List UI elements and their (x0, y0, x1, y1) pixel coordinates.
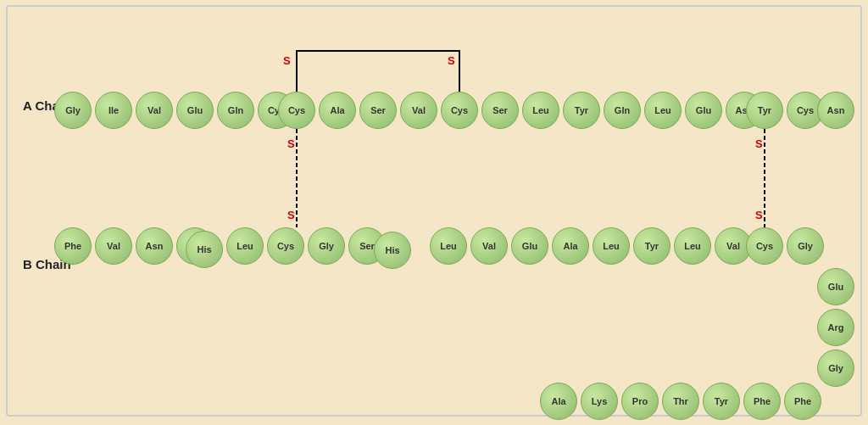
b-glu: Glu (511, 227, 548, 265)
a-cys11: Cys (441, 92, 478, 129)
b-val2: Val (470, 227, 508, 265)
b-gly2: Gly (787, 227, 824, 265)
a-gly: Gly (54, 92, 92, 129)
b-leu4: Leu (674, 227, 711, 265)
b-gly3: Gly (817, 350, 854, 387)
a-glu2: Glu (685, 92, 722, 129)
b-phe: Phe (54, 227, 92, 265)
b-ala2: Ala (540, 383, 577, 420)
a-ala: Ala (319, 92, 356, 129)
s-label-vert-a-right: S (755, 137, 763, 150)
a-val2: Val (400, 92, 437, 129)
b-tyr2: Tyr (703, 383, 740, 420)
b-phe3: Phe (784, 383, 821, 420)
b-leu: Leu (226, 227, 264, 265)
b-tyr: Tyr (633, 227, 670, 265)
b-his: His (186, 231, 223, 268)
b-thr: Thr (662, 383, 699, 420)
b-val: Val (95, 227, 132, 265)
b-cys19: Cys (746, 227, 783, 265)
s-label-vert-a-left: S (287, 137, 295, 150)
a-gln: Gln (217, 92, 254, 129)
a-val: Val (136, 92, 173, 129)
b-ala: Ala (552, 227, 589, 265)
a-tyr: Tyr (563, 92, 600, 129)
b-glu2: Glu (817, 268, 854, 305)
s-label-vert-b-right: S (755, 209, 763, 221)
a-asn2: Asn (817, 92, 854, 129)
a-gln2: Gln (604, 92, 641, 129)
a-cys7: Cys (278, 92, 315, 129)
b-asn: Asn (136, 227, 173, 265)
b-pro: Pro (621, 383, 659, 420)
b-arg: Arg (817, 309, 854, 346)
b-gly: Gly (308, 227, 345, 265)
b-leu2: Leu (430, 227, 467, 265)
a-glu: Glu (176, 92, 214, 129)
b-cys7: Cys (267, 227, 304, 265)
a-leu: Leu (522, 92, 559, 129)
diagram-container: S S S S S S A Chain Gly Ile Val Glu Gln … (6, 5, 862, 417)
a-tyr2: Tyr (746, 92, 783, 129)
s-label-top-left: S (283, 54, 291, 67)
b-phe2: Phe (743, 383, 781, 420)
a-ile: Ile (95, 92, 132, 129)
b-his2: His (374, 232, 411, 269)
a-leu2: Leu (644, 92, 682, 129)
b-leu3: Leu (593, 227, 630, 265)
a-ser2: Ser (481, 92, 519, 129)
s-label-vert-b-left: S (287, 209, 295, 221)
connection-lines (8, 7, 860, 415)
b-lys: Lys (581, 383, 618, 420)
a-ser: Ser (359, 92, 397, 129)
s-label-top-right: S (448, 54, 455, 67)
